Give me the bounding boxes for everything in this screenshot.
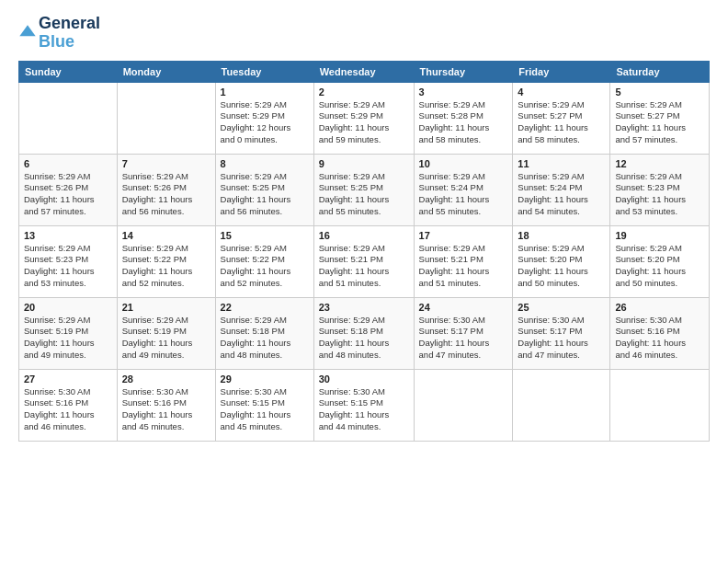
calendar-cell xyxy=(513,369,610,441)
day-info: Sunrise: 5:30 AM Sunset: 5:16 PM Dayligh… xyxy=(122,386,210,433)
calendar-cell: 1Sunrise: 5:29 AM Sunset: 5:29 PM Daylig… xyxy=(215,82,313,154)
day-number: 30 xyxy=(319,373,409,385)
calendar-table: SundayMondayTuesdayWednesdayThursdayFrid… xyxy=(18,61,710,442)
day-number: 20 xyxy=(24,302,112,313)
calendar-cell: 26Sunrise: 5:30 AM Sunset: 5:16 PM Dayli… xyxy=(610,297,710,369)
day-number: 13 xyxy=(24,230,112,241)
col-header-wednesday: Wednesday xyxy=(313,61,414,82)
calendar-cell: 25Sunrise: 5:30 AM Sunset: 5:17 PM Dayli… xyxy=(513,297,610,369)
day-info: Sunrise: 5:29 AM Sunset: 5:22 PM Dayligh… xyxy=(221,243,309,290)
header-row: SundayMondayTuesdayWednesdayThursdayFrid… xyxy=(19,61,710,82)
calendar-cell: 10Sunrise: 5:29 AM Sunset: 5:24 PM Dayli… xyxy=(414,154,513,225)
day-info: Sunrise: 5:29 AM Sunset: 5:23 PM Dayligh… xyxy=(24,243,112,290)
day-info: Sunrise: 5:29 AM Sunset: 5:27 PM Dayligh… xyxy=(615,99,704,146)
calendar-cell: 4Sunrise: 5:29 AM Sunset: 5:27 PM Daylig… xyxy=(513,82,610,154)
day-number: 17 xyxy=(419,230,508,241)
col-header-thursday: Thursday xyxy=(414,61,513,82)
day-number: 8 xyxy=(221,158,309,169)
calendar-cell: 24Sunrise: 5:30 AM Sunset: 5:17 PM Dayli… xyxy=(414,297,513,369)
calendar-cell: 29Sunrise: 5:30 AM Sunset: 5:15 PM Dayli… xyxy=(215,369,313,441)
day-number: 12 xyxy=(615,158,704,169)
day-info: Sunrise: 5:29 AM Sunset: 5:23 PM Dayligh… xyxy=(615,171,704,218)
page-header: General Blue xyxy=(18,15,710,52)
day-info: Sunrise: 5:29 AM Sunset: 5:26 PM Dayligh… xyxy=(24,171,112,218)
day-number: 23 xyxy=(319,302,409,313)
col-header-saturday: Saturday xyxy=(610,61,710,82)
week-row-0: 1Sunrise: 5:29 AM Sunset: 5:29 PM Daylig… xyxy=(19,82,710,154)
day-info: Sunrise: 5:30 AM Sunset: 5:15 PM Dayligh… xyxy=(319,386,409,433)
day-info: Sunrise: 5:29 AM Sunset: 5:29 PM Dayligh… xyxy=(221,99,309,146)
day-info: Sunrise: 5:29 AM Sunset: 5:20 PM Dayligh… xyxy=(518,243,605,290)
calendar-cell: 9Sunrise: 5:29 AM Sunset: 5:25 PM Daylig… xyxy=(313,154,414,225)
calendar-cell xyxy=(117,82,215,154)
logo-text: General Blue xyxy=(39,15,100,52)
col-header-sunday: Sunday xyxy=(19,61,118,82)
calendar-cell: 16Sunrise: 5:29 AM Sunset: 5:21 PM Dayli… xyxy=(313,225,414,297)
day-info: Sunrise: 5:30 AM Sunset: 5:16 PM Dayligh… xyxy=(24,386,112,433)
col-header-friday: Friday xyxy=(513,61,610,82)
calendar-cell: 8Sunrise: 5:29 AM Sunset: 5:25 PM Daylig… xyxy=(215,154,313,225)
day-number: 18 xyxy=(518,230,605,241)
calendar-cell xyxy=(19,82,118,154)
day-number: 28 xyxy=(122,373,210,385)
calendar-cell: 27Sunrise: 5:30 AM Sunset: 5:16 PM Dayli… xyxy=(19,369,118,441)
day-number: 16 xyxy=(319,230,409,241)
day-info: Sunrise: 5:29 AM Sunset: 5:28 PM Dayligh… xyxy=(419,99,508,146)
day-info: Sunrise: 5:30 AM Sunset: 5:16 PM Dayligh… xyxy=(615,315,704,362)
day-info: Sunrise: 5:29 AM Sunset: 5:21 PM Dayligh… xyxy=(319,243,409,290)
calendar-cell xyxy=(610,369,710,441)
calendar-cell: 20Sunrise: 5:29 AM Sunset: 5:19 PM Dayli… xyxy=(19,297,118,369)
day-info: Sunrise: 5:29 AM Sunset: 5:21 PM Dayligh… xyxy=(419,243,508,290)
day-number: 14 xyxy=(122,230,210,241)
day-number: 15 xyxy=(221,230,309,241)
day-number: 24 xyxy=(419,302,508,313)
day-info: Sunrise: 5:29 AM Sunset: 5:27 PM Dayligh… xyxy=(518,99,605,146)
week-row-1: 6Sunrise: 5:29 AM Sunset: 5:26 PM Daylig… xyxy=(19,154,710,225)
calendar-cell: 21Sunrise: 5:29 AM Sunset: 5:19 PM Dayli… xyxy=(117,297,215,369)
day-number: 19 xyxy=(615,230,704,241)
calendar-cell: 30Sunrise: 5:30 AM Sunset: 5:15 PM Dayli… xyxy=(313,369,414,441)
day-number: 2 xyxy=(319,86,409,98)
calendar-cell: 7Sunrise: 5:29 AM Sunset: 5:26 PM Daylig… xyxy=(117,154,215,225)
day-info: Sunrise: 5:29 AM Sunset: 5:22 PM Dayligh… xyxy=(122,243,210,290)
day-number: 10 xyxy=(419,158,508,169)
day-number: 9 xyxy=(319,158,409,169)
day-info: Sunrise: 5:29 AM Sunset: 5:19 PM Dayligh… xyxy=(122,315,210,362)
day-info: Sunrise: 5:29 AM Sunset: 5:24 PM Dayligh… xyxy=(419,171,508,218)
week-row-3: 20Sunrise: 5:29 AM Sunset: 5:19 PM Dayli… xyxy=(19,297,710,369)
day-number: 1 xyxy=(221,86,309,98)
day-info: Sunrise: 5:29 AM Sunset: 5:18 PM Dayligh… xyxy=(221,315,309,362)
week-row-2: 13Sunrise: 5:29 AM Sunset: 5:23 PM Dayli… xyxy=(19,225,710,297)
day-info: Sunrise: 5:29 AM Sunset: 5:19 PM Dayligh… xyxy=(24,315,112,362)
day-number: 7 xyxy=(122,158,210,169)
day-number: 22 xyxy=(221,302,309,313)
day-info: Sunrise: 5:30 AM Sunset: 5:17 PM Dayligh… xyxy=(419,315,508,362)
day-info: Sunrise: 5:29 AM Sunset: 5:29 PM Dayligh… xyxy=(319,99,409,146)
calendar-cell: 12Sunrise: 5:29 AM Sunset: 5:23 PM Dayli… xyxy=(610,154,710,225)
day-number: 26 xyxy=(615,302,704,313)
week-row-4: 27Sunrise: 5:30 AM Sunset: 5:16 PM Dayli… xyxy=(19,369,710,441)
day-number: 5 xyxy=(615,86,704,98)
calendar-cell: 2Sunrise: 5:29 AM Sunset: 5:29 PM Daylig… xyxy=(313,82,414,154)
day-info: Sunrise: 5:30 AM Sunset: 5:17 PM Dayligh… xyxy=(518,315,605,362)
calendar-cell: 11Sunrise: 5:29 AM Sunset: 5:24 PM Dayli… xyxy=(513,154,610,225)
day-number: 11 xyxy=(518,158,605,169)
calendar-cell: 15Sunrise: 5:29 AM Sunset: 5:22 PM Dayli… xyxy=(215,225,313,297)
logo: General Blue xyxy=(18,15,100,52)
day-info: Sunrise: 5:29 AM Sunset: 5:18 PM Dayligh… xyxy=(319,315,409,362)
calendar-cell: 17Sunrise: 5:29 AM Sunset: 5:21 PM Dayli… xyxy=(414,225,513,297)
calendar-cell: 19Sunrise: 5:29 AM Sunset: 5:20 PM Dayli… xyxy=(610,225,710,297)
day-number: 25 xyxy=(518,302,605,313)
day-info: Sunrise: 5:30 AM Sunset: 5:15 PM Dayligh… xyxy=(221,386,309,433)
day-number: 6 xyxy=(24,158,112,169)
day-info: Sunrise: 5:29 AM Sunset: 5:25 PM Dayligh… xyxy=(221,171,309,218)
calendar-cell: 3Sunrise: 5:29 AM Sunset: 5:28 PM Daylig… xyxy=(414,82,513,154)
calendar-cell: 28Sunrise: 5:30 AM Sunset: 5:16 PM Dayli… xyxy=(117,369,215,441)
day-info: Sunrise: 5:29 AM Sunset: 5:20 PM Dayligh… xyxy=(615,243,704,290)
svg-marker-0 xyxy=(19,25,35,36)
calendar-cell xyxy=(414,369,513,441)
day-info: Sunrise: 5:29 AM Sunset: 5:26 PM Dayligh… xyxy=(122,171,210,218)
calendar-cell: 6Sunrise: 5:29 AM Sunset: 5:26 PM Daylig… xyxy=(19,154,118,225)
day-info: Sunrise: 5:29 AM Sunset: 5:24 PM Dayligh… xyxy=(518,171,605,218)
calendar-cell: 5Sunrise: 5:29 AM Sunset: 5:27 PM Daylig… xyxy=(610,82,710,154)
